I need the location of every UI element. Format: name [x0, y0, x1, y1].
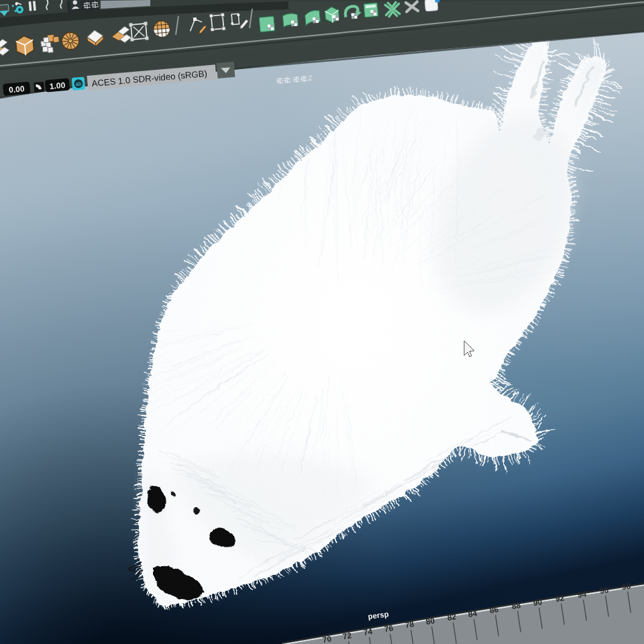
svg-text:82: 82: [447, 612, 458, 623]
svg-text:70: 70: [322, 634, 333, 644]
svg-text:0.00: 0.00: [9, 84, 25, 95]
svg-text:96: 96: [599, 585, 610, 596]
svg-text:84: 84: [468, 608, 478, 619]
svg-text:78: 78: [405, 619, 415, 630]
svg-text:90: 90: [533, 597, 543, 608]
svg-text:98: 98: [621, 581, 632, 592]
svg-text:80: 80: [425, 616, 436, 627]
svg-text:Z: Z: [308, 74, 313, 81]
svg-text:ab: ab: [75, 80, 82, 87]
svg-text:94: 94: [577, 589, 588, 600]
svg-text:88: 88: [511, 600, 522, 611]
svg-text:86: 86: [489, 604, 500, 615]
svg-text:1.00: 1.00: [49, 80, 66, 91]
svg-text:72: 72: [342, 631, 353, 641]
svg-text:92: 92: [555, 593, 566, 604]
svg-text:76: 76: [384, 623, 394, 634]
svg-text:74: 74: [363, 627, 374, 637]
